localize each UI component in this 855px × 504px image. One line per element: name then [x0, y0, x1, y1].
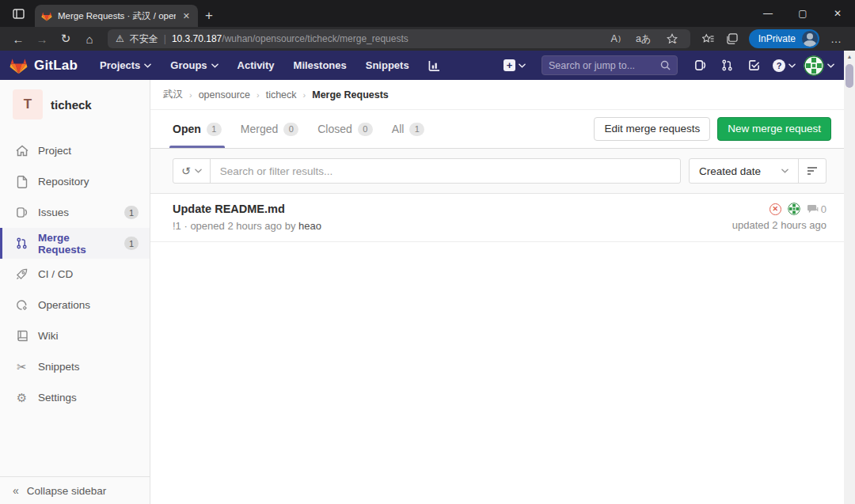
breadcrumb-subgroup[interactable]: opensource: [199, 89, 250, 100]
sort-dropdown[interactable]: Created date: [690, 159, 799, 183]
nav-activity[interactable]: Activity: [230, 55, 283, 76]
open-count-badge: 1: [207, 123, 222, 136]
issues-icon: [15, 206, 28, 219]
url-path: /wuhan/opensource/ticheck/merge_requests: [222, 33, 408, 44]
sort-controls: Created date: [689, 158, 826, 184]
sidebar-item-operations[interactable]: Operations: [0, 290, 150, 320]
inprivate-badge[interactable]: InPrivate: [749, 29, 819, 48]
breadcrumb-group[interactable]: 武汉: [163, 88, 183, 101]
comments-indicator[interactable]: 0: [807, 203, 826, 215]
global-search-input[interactable]: [549, 60, 660, 71]
merge-request-row[interactable]: Update README.md !1 · opened 2 hours ago…: [150, 194, 844, 242]
nav-groups[interactable]: Groups: [162, 55, 226, 76]
mr-count-badge: 1: [124, 237, 139, 250]
gitlab-logo[interactable]: GitLab: [10, 57, 78, 74]
project-avatar: T: [13, 89, 43, 119]
sidebar-item-snippets[interactable]: ✂ Snippets: [0, 351, 150, 382]
filter-search-input[interactable]: [211, 165, 680, 177]
mr-state-tabs: Open 1 Merged 0 Closed 0 All 1: [150, 110, 844, 149]
gear-icon: ⚙: [15, 391, 28, 404]
sidebar-item-wiki[interactable]: Wiki: [0, 320, 150, 351]
inprivate-label: InPrivate: [758, 33, 796, 44]
window-controls: — ▢ ✕: [750, 0, 855, 27]
issues-count-badge: 1: [124, 206, 139, 219]
gitlab-navbar-right: + ?: [499, 55, 834, 76]
global-search[interactable]: [542, 55, 678, 75]
minimize-button[interactable]: —: [750, 0, 785, 27]
history-icon: ↺: [181, 165, 191, 177]
gitlab-navbar: GitLab Projects Groups Activity Mileston…: [0, 51, 844, 80]
mr-author-link[interactable]: heao: [298, 220, 321, 232]
sidebar-item-cicd[interactable]: CI / CD: [0, 259, 150, 290]
maximize-button[interactable]: ▢: [785, 0, 820, 27]
tab-open[interactable]: Open 1: [163, 110, 231, 148]
nav-projects[interactable]: Projects: [92, 55, 159, 76]
address-bar[interactable]: ⚠ 不安全 | 10.3.70.187/wuhan/opensource/tic…: [108, 29, 690, 48]
mr-updated: updated 2 hours ago: [732, 219, 826, 231]
project-name: ticheck: [51, 98, 92, 112]
page-scrollbar[interactable]: ▲: [844, 51, 855, 504]
charts-icon[interactable]: [420, 55, 448, 76]
main-content: 武汉 › opensource › ticheck › Merge Reques…: [150, 80, 844, 504]
tab-actions-icon[interactable]: [5, 0, 32, 27]
url-host: 10.3.70.187: [172, 33, 222, 44]
page-body: T ticheck Project Repository Issues: [0, 80, 844, 504]
tab-all[interactable]: All 1: [382, 110, 435, 148]
home-icon: [15, 144, 28, 157]
breadcrumb: 武汉 › opensource › ticheck › Merge Reques…: [150, 80, 844, 110]
read-aloud-icon[interactable]: A): [606, 33, 625, 44]
document-icon: [15, 175, 28, 188]
browser-toolbar: ← → ↻ ⌂ ⚠ 不安全 | 10.3.70.187/wuhan/openso…: [0, 27, 855, 51]
sidebar-item-settings[interactable]: ⚙ Settings: [0, 382, 150, 413]
comment-icon: [807, 204, 819, 214]
tab-merged[interactable]: Merged 0: [231, 110, 308, 148]
sidebar-item-issues[interactable]: Issues 1: [0, 197, 150, 228]
sidebar-nav: Project Repository Issues 1 Merge Reques…: [0, 135, 150, 413]
sort-direction-icon[interactable]: [799, 159, 826, 183]
browser-tab[interactable]: Merge Requests · 武汉 / opensou ✕: [35, 5, 198, 27]
home-icon[interactable]: ⌂: [78, 28, 101, 49]
pipeline-failed-icon[interactable]: ✕: [770, 203, 781, 215]
new-merge-request-button[interactable]: New merge request: [717, 117, 831, 141]
new-tab-button[interactable]: +: [198, 5, 220, 27]
search-icon: [660, 60, 671, 70]
browser-menu-icon[interactable]: …: [824, 32, 849, 45]
scrollbar-thumb[interactable]: [846, 64, 853, 88]
issues-shortcut-icon[interactable]: [689, 55, 711, 76]
breadcrumb-project[interactable]: ticheck: [266, 89, 297, 100]
favorites-icon[interactable]: [697, 28, 720, 49]
user-menu[interactable]: [804, 55, 834, 76]
close-tab-icon[interactable]: ✕: [181, 11, 192, 21]
merge-request-icon: [15, 237, 28, 250]
not-secure-warning-icon: ⚠: [116, 33, 124, 44]
project-context[interactable]: T ticheck: [0, 80, 150, 131]
collapse-sidebar-button[interactable]: « Collapse sidebar: [0, 476, 150, 504]
mr-title-link[interactable]: Update README.md: [173, 203, 732, 215]
close-window-button[interactable]: ✕: [820, 0, 855, 27]
back-icon[interactable]: ←: [6, 28, 30, 49]
url-text[interactable]: 10.3.70.187/wuhan/opensource/ticheck/mer…: [172, 33, 408, 44]
edit-merge-requests-button[interactable]: Edit merge requests: [594, 117, 710, 141]
book-icon: [15, 329, 28, 343]
translate-icon[interactable]: aあ: [631, 32, 656, 46]
nav-milestones[interactable]: Milestones: [286, 55, 355, 76]
todos-icon[interactable]: [743, 55, 765, 76]
nav-snippets[interactable]: Snippets: [358, 55, 417, 76]
collections-icon[interactable]: [720, 28, 744, 49]
gitlab-favicon: [41, 11, 52, 21]
tab-closed[interactable]: Closed 0: [308, 110, 382, 148]
gitlab-main-menu: Projects Groups Activity Milestones Snip…: [92, 55, 448, 76]
help-menu[interactable]: ?: [770, 55, 799, 76]
add-favorite-icon[interactable]: +: [662, 33, 682, 44]
refresh-icon[interactable]: ↻: [54, 28, 78, 49]
merge-requests-shortcut-icon[interactable]: [716, 55, 738, 76]
sidebar-item-project[interactable]: Project: [0, 135, 150, 166]
sidebar-item-merge-requests[interactable]: Merge Requests 1: [0, 228, 150, 259]
new-menu-button[interactable]: +: [499, 59, 530, 71]
recent-searches-button[interactable]: ↺: [173, 159, 211, 183]
not-secure-label[interactable]: 不安全: [130, 32, 158, 46]
closed-count-badge: 0: [358, 123, 373, 136]
forward-icon[interactable]: →: [30, 28, 54, 49]
sidebar-item-repository[interactable]: Repository: [0, 166, 150, 197]
assignee-avatar[interactable]: [788, 203, 800, 215]
